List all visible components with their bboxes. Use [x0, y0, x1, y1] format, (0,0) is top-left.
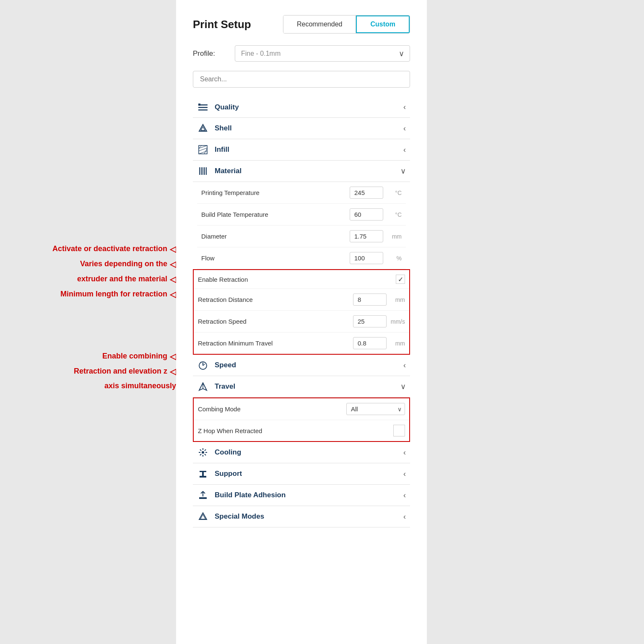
section-shell[interactable]: Shell ‹: [193, 118, 410, 139]
retraction-speed-unit: mm/s: [388, 318, 405, 325]
shell-chevron-icon: ‹: [403, 124, 406, 133]
printing-temp-unit: °C: [385, 190, 402, 196]
svg-rect-3: [198, 104, 200, 106]
profile-label: Profile:: [193, 49, 226, 58]
profile-row: Profile: Fine - 0.1mm Normal - 0.2mm Fas…: [193, 45, 410, 62]
section-quality[interactable]: Quality ‹: [193, 97, 410, 118]
speed-icon: [197, 361, 209, 370]
build-plate-temp-input[interactable]: [350, 208, 383, 221]
retraction-min-travel-label: Retraction Minimum Travel: [198, 340, 346, 347]
combing-mode-select[interactable]: All No Skin Off: [346, 403, 405, 415]
setting-printing-temp: Printing Temperature °C: [197, 182, 406, 204]
setting-combing-mode: Combing Mode All No Skin Off ∨: [194, 398, 409, 420]
svg-line-9: [199, 151, 207, 154]
svg-line-28: [200, 449, 201, 451]
support-chevron-icon: ‹: [403, 470, 406, 478]
tab-custom[interactable]: Custom: [356, 16, 410, 33]
quality-icon: [197, 104, 209, 111]
setting-build-plate-temp: Build Plate Temperature °C: [197, 204, 406, 226]
retraction-distance-input[interactable]: [353, 293, 387, 306]
section-support[interactable]: Support ‹: [193, 463, 410, 485]
setting-diameter: Diameter mm: [197, 226, 406, 247]
retraction-group: Enable Retraction ✓ Retraction Distance …: [193, 269, 410, 355]
infill-title: Infill: [215, 145, 229, 154]
main-panel: Print Setup Recommended Custom Profile: …: [176, 0, 427, 644]
retraction-speed-label: Retraction Speed: [198, 318, 346, 325]
diameter-unit: mm: [385, 233, 402, 240]
annotations-panel: Activate or deactivate retraction ◁ Vari…: [0, 0, 176, 644]
svg-point-23: [202, 451, 204, 454]
annotation-arrow-3: ◁: [170, 273, 176, 285]
material-icon: [197, 166, 209, 176]
svg-rect-1: [198, 107, 208, 108]
setting-flow: Flow %: [197, 247, 406, 269]
retraction-distance-label: Retraction Distance: [198, 296, 346, 303]
diameter-input[interactable]: [350, 230, 383, 242]
flow-label: Flow: [201, 254, 343, 262]
support-title: Support: [215, 470, 242, 478]
section-speed[interactable]: Speed ‹: [193, 355, 410, 376]
annotation-varies-2: extruder and the material ◁: [8, 273, 176, 285]
cooling-chevron-icon: ‹: [403, 448, 406, 457]
material-chevron-icon: ∨: [400, 166, 406, 176]
printing-temp-input[interactable]: [350, 187, 383, 199]
annotation-retraction-elevation-2: axis simultaneously: [8, 381, 176, 391]
setting-retraction-speed: Retraction Speed mm/s: [194, 311, 409, 332]
z-hop-label: Z Hop When Retracted: [198, 427, 346, 434]
travel-title: Travel: [215, 382, 235, 391]
search-input[interactable]: [193, 71, 410, 88]
svg-line-29: [205, 454, 206, 455]
annotation-retraction-activate: Activate or deactivate retraction ◁: [8, 243, 176, 255]
retraction-min-travel-input[interactable]: [353, 337, 387, 349]
setting-retraction-distance: Retraction Distance mm: [194, 289, 409, 311]
annotation-minimum-length: Minimum length for retraction ◁: [8, 288, 176, 300]
quality-chevron-icon: ‹: [403, 103, 406, 112]
flow-unit: %: [385, 255, 402, 262]
enable-retraction-checkbox[interactable]: ✓: [396, 275, 405, 284]
svg-rect-38: [199, 497, 207, 499]
svg-line-31: [200, 454, 201, 455]
support-icon: [197, 469, 209, 478]
section-infill[interactable]: Infill ‹: [193, 139, 410, 161]
svg-rect-2: [198, 109, 208, 111]
retraction-distance-unit: mm: [388, 296, 405, 303]
section-build-plate-adhesion[interactable]: Build Plate Adhesion ‹: [193, 485, 410, 506]
printing-temp-label: Printing Temperature: [201, 189, 343, 196]
enable-retraction-label: Enable Retraction: [198, 276, 346, 283]
setting-retraction-min-travel: Retraction Minimum Travel mm: [194, 332, 409, 354]
svg-rect-34: [200, 471, 206, 472]
quality-title: Quality: [215, 103, 239, 112]
annotation-enable-combining: Enable combining ◁: [8, 351, 176, 362]
special-modes-chevron-icon: ‹: [403, 512, 406, 521]
flow-input[interactable]: [350, 252, 383, 264]
annotation-arrow-1: ◁: [170, 243, 176, 255]
special-modes-title: Special Modes: [215, 512, 264, 521]
tab-group: Recommended Custom: [283, 15, 410, 34]
shell-title: Shell: [215, 124, 232, 132]
right-panel: [427, 0, 644, 644]
section-travel[interactable]: Travel ∨: [193, 376, 410, 397]
cooling-icon: [197, 448, 209, 457]
cooling-title: Cooling: [215, 448, 241, 457]
retraction-speed-input[interactable]: [353, 315, 387, 327]
annotation-arrow-5: ◁: [170, 351, 176, 362]
speed-title: Speed: [215, 361, 236, 369]
section-material[interactable]: Material ∨: [193, 161, 410, 182]
profile-select[interactable]: Fine - 0.1mm Normal - 0.2mm Fast - 0.3mm: [235, 45, 410, 62]
speed-chevron-icon: ‹: [403, 361, 406, 370]
z-hop-checkbox[interactable]: [393, 425, 405, 436]
svg-line-20: [200, 362, 201, 363]
page-title: Print Setup: [193, 18, 251, 31]
material-settings: Printing Temperature °C Build Plate Temp…: [193, 182, 410, 269]
section-cooling[interactable]: Cooling ‹: [193, 442, 410, 463]
setting-z-hop: Z Hop When Retracted: [194, 420, 409, 441]
svg-line-30: [205, 449, 206, 451]
travel-chevron-icon: ∨: [400, 382, 406, 391]
material-title: Material: [215, 167, 242, 175]
tab-recommended[interactable]: Recommended: [283, 16, 356, 33]
profile-select-wrapper: Fine - 0.1mm Normal - 0.2mm Fast - 0.3mm…: [235, 45, 410, 62]
retraction-min-travel-unit: mm: [388, 340, 405, 347]
build-plate-temp-unit: °C: [385, 211, 402, 218]
infill-icon: [197, 145, 209, 154]
section-special-modes[interactable]: Special Modes ‹: [193, 506, 410, 527]
